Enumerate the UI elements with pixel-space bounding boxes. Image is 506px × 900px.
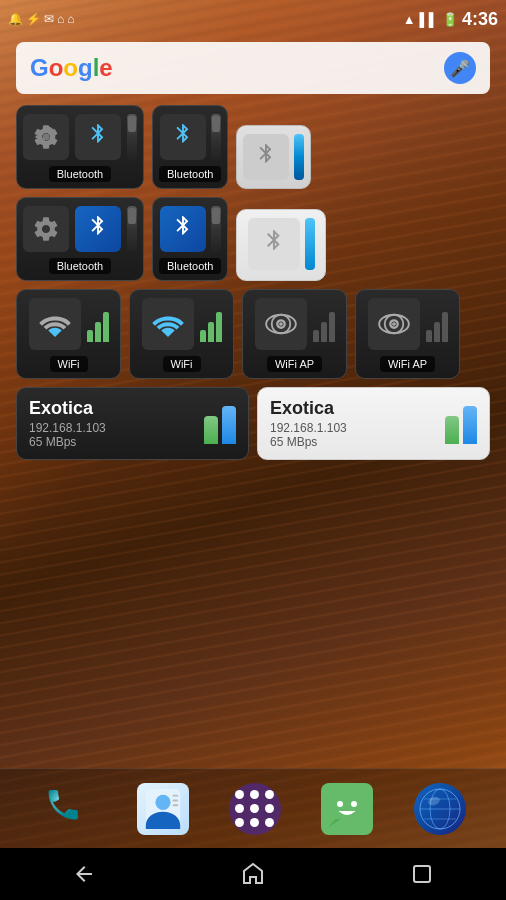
wifi-row: WiFi WiFi — [16, 289, 490, 379]
toggle-bar-1[interactable] — [127, 114, 137, 160]
phone-icon — [46, 787, 90, 831]
usb-icon: ⚡ — [26, 12, 41, 26]
wifi-ap-icon-1 — [264, 311, 298, 337]
wifi-icon-box-1 — [29, 298, 81, 350]
bluetooth-icon-3 — [253, 142, 279, 172]
toggle-bar-5[interactable] — [211, 206, 221, 252]
signal-icon: ▌▌ — [420, 12, 438, 27]
wifi-ap-label-1: WiFi AP — [267, 356, 322, 372]
exotica-dark-widget[interactable]: Exotica 192.168.1.103 65 MBps — [16, 387, 249, 460]
bluetooth-icon-4 — [85, 214, 111, 244]
wifi-ap-widget-2[interactable]: WiFi AP — [355, 289, 460, 379]
bt-icon-box-5 — [160, 206, 206, 252]
gear-icon-4 — [32, 215, 60, 243]
bt-label-2: Bluetooth — [159, 166, 221, 182]
svg-rect-25 — [414, 866, 430, 882]
bluetooth-widget-1[interactable]: Bluetooth — [16, 105, 144, 189]
wifi-widget-2[interactable]: WiFi — [129, 289, 234, 379]
wifi-label-2: WiFi — [163, 356, 201, 372]
exotica-dark-speed: 65 MBps — [29, 435, 106, 449]
svg-point-4 — [279, 322, 283, 326]
svg-point-0 — [43, 134, 50, 141]
settings-icon-box-4 — [23, 206, 69, 252]
bar-blue-dark — [222, 406, 236, 444]
bluetooth-row-1: Bluetooth Bluetooth — [16, 105, 490, 189]
bt-icon-box-6 — [248, 218, 300, 270]
apps-dot — [250, 804, 259, 813]
bluetooth-icon-6 — [260, 228, 288, 260]
bt-label-5: Bluetooth — [159, 258, 221, 274]
exotica-light-speed: 65 MBps — [270, 435, 347, 449]
status-icons-right: ▲ ▌▌ 🔋 4:36 — [403, 9, 498, 30]
battery-icon: 🔋 — [442, 12, 458, 27]
apps-dot — [265, 804, 274, 813]
wifi-widget-1[interactable]: WiFi — [16, 289, 121, 379]
wifi-icon-2 — [151, 311, 185, 337]
bluetooth-widget-2[interactable]: Bluetooth — [152, 105, 228, 189]
apps-dot — [265, 818, 274, 827]
toggle-bar-4[interactable] — [127, 206, 137, 252]
notification-icon: 🔔 — [8, 12, 23, 26]
android-icon: ⌂ — [57, 12, 64, 26]
svg-point-10 — [155, 794, 170, 809]
wifi-ap-widget-1[interactable]: WiFi AP — [242, 289, 347, 379]
bluetooth-widget-5[interactable]: Bluetooth — [152, 197, 228, 281]
bluetooth-widget-6[interactable] — [236, 209, 326, 281]
bar-blue-light — [463, 406, 477, 444]
status-time: 4:36 — [462, 9, 498, 30]
svg-rect-13 — [172, 804, 178, 806]
exotica-dark-name: Exotica — [29, 398, 106, 419]
wifi-ap-icon-2 — [377, 311, 411, 337]
apps-dot — [250, 790, 259, 799]
gmail-icon: ✉ — [44, 12, 54, 26]
settings-icon-box-1 — [23, 114, 69, 160]
bluetooth-icon-2 — [170, 122, 196, 152]
dock-browser[interactable] — [414, 783, 466, 835]
svg-marker-15 — [329, 819, 341, 827]
bt-icon-box-2 — [160, 114, 206, 160]
apps-dots-grid — [235, 790, 275, 827]
smiley-icon-svg — [329, 791, 365, 827]
dock-apps-launcher[interactable] — [229, 783, 281, 835]
home-icon — [241, 862, 265, 886]
home-button[interactable] — [223, 854, 283, 894]
wifi-ap-icon-box-1 — [255, 298, 307, 350]
exotica-light-name: Exotica — [270, 398, 347, 419]
bluetooth-icon-box-1 — [75, 114, 121, 160]
dock-contacts[interactable] — [137, 783, 189, 835]
exotica-light-widget[interactable]: Exotica 192.168.1.103 65 MBps — [257, 387, 490, 460]
home2-icon: ⌂ — [67, 12, 74, 26]
dock-messaging[interactable] — [321, 783, 373, 835]
recents-button[interactable] — [392, 854, 452, 894]
signal-bars-4 — [426, 306, 448, 342]
nav-bar — [0, 848, 506, 900]
wifi-label-1: WiFi — [50, 356, 88, 372]
mic-icon: 🎤 — [450, 59, 470, 78]
bt-icon-box-3 — [243, 134, 289, 180]
bluetooth-widget-4[interactable]: Bluetooth — [16, 197, 144, 281]
mic-button[interactable]: 🎤 — [444, 52, 476, 84]
back-icon — [72, 862, 96, 886]
bluetooth-icon-box-4 — [75, 206, 121, 252]
toggle-bar-2[interactable] — [211, 114, 221, 160]
bluetooth-widget-3[interactable] — [236, 125, 311, 189]
toggle-bar-3[interactable] — [294, 134, 304, 180]
exotica-dark-bars — [204, 404, 236, 444]
back-button[interactable] — [54, 854, 114, 894]
exotica-row: Exotica 192.168.1.103 65 MBps Exotica 19… — [16, 387, 490, 460]
apps-dot — [235, 790, 244, 799]
svg-point-24 — [427, 795, 441, 807]
bluetooth-icon — [85, 122, 111, 152]
exotica-light-bars — [445, 404, 477, 444]
contacts-icon-svg — [145, 789, 181, 829]
widgets-area: Bluetooth Bluetooth — [16, 105, 490, 468]
dock-phone[interactable] — [40, 781, 96, 837]
recents-icon — [410, 862, 434, 886]
svg-point-17 — [351, 801, 357, 807]
gear-icon — [32, 123, 60, 151]
exotica-dark-info: Exotica 192.168.1.103 65 MBps — [29, 398, 106, 449]
exotica-light-info: Exotica 192.168.1.103 65 MBps — [270, 398, 347, 449]
signal-bars-2 — [200, 306, 222, 342]
toggle-bar-6[interactable] — [305, 218, 315, 270]
search-bar[interactable]: Google 🎤 — [16, 42, 490, 94]
